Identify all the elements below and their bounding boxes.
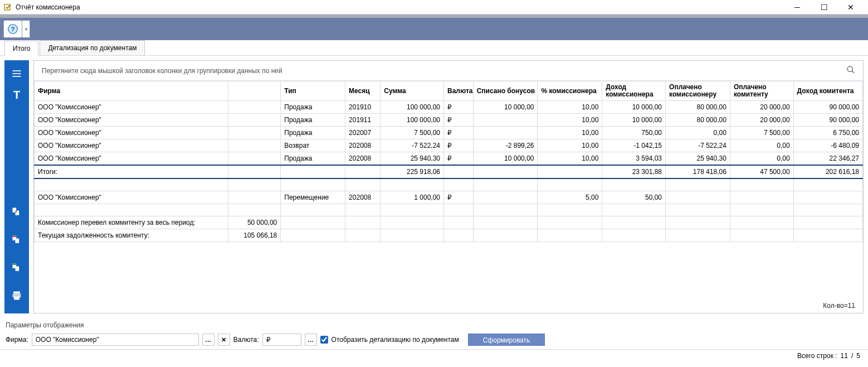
table-row[interactable] <box>35 178 863 191</box>
svg-rect-13 <box>16 267 19 271</box>
col-month[interactable]: Месяц <box>345 81 381 101</box>
table-row[interactable]: ООО "Комиссионер"Продажа201911100 000,00… <box>35 114 863 127</box>
currency-input[interactable] <box>262 334 301 346</box>
status-count-b: 5 <box>856 352 860 360</box>
currency-browse-button[interactable]: … <box>305 334 317 346</box>
params-bar: Фирма: … ✕ Валюта: … Отобразить детализа… <box>0 330 868 349</box>
svg-rect-15 <box>13 292 20 294</box>
row-count-label: Кол-во=11 <box>823 302 855 310</box>
titlebar: Отчёт комиссионера ─ ☐ ✕ <box>0 0 868 15</box>
toolbar: ? ▾ <box>0 18 868 40</box>
col-income-com[interactable]: Доход комиссионера <box>602 81 666 101</box>
svg-point-18 <box>847 66 852 71</box>
params-section-label: Параметры отображения <box>0 318 868 330</box>
col-type[interactable]: Тип <box>281 81 345 101</box>
table-row[interactable]: ООО "Комиссионер"Продажа20200825 940,30₽… <box>35 152 863 166</box>
table-row[interactable]: ООО "Комиссионер"Продажа201910100 000,00… <box>35 101 863 114</box>
svg-rect-5 <box>13 76 21 77</box>
svg-rect-3 <box>13 70 21 71</box>
rail-text-button[interactable]: T <box>7 85 27 105</box>
col-sum[interactable]: Сумма <box>381 81 444 101</box>
statusbar: Всего строк : 11 / 5 <box>0 349 868 361</box>
svg-rect-4 <box>13 73 21 74</box>
table-row[interactable]: ООО "Комиссионер"Продажа2020077 500,00₽1… <box>35 127 863 139</box>
table-row[interactable]: Текущая задолженность комитенту:105 066,… <box>35 229 863 242</box>
close-button[interactable]: ✕ <box>842 2 859 13</box>
table-row[interactable]: ООО "Комиссионер"Возврат202008-7 522,24₽… <box>35 139 863 152</box>
submit-button[interactable]: Сформировать <box>468 334 545 346</box>
data-table[interactable]: Фирма Тип Месяц Сумма Валюта Списано бон… <box>34 81 863 242</box>
help-button[interactable]: ? <box>3 20 22 38</box>
side-rail: T <box>4 60 29 313</box>
col-pct[interactable]: % комиссионера <box>538 81 602 101</box>
firm-clear-button[interactable]: ✕ <box>218 334 230 346</box>
grid: Перетяните сюда мышкой заголовок колонки… <box>33 60 864 313</box>
header-row[interactable]: Фирма Тип Месяц Сумма Валюта Списано бон… <box>35 81 863 101</box>
detail-checkbox[interactable] <box>320 336 328 344</box>
col-income-kom[interactable]: Доход комитента <box>793 81 862 101</box>
firm-label: Фирма: <box>6 336 28 344</box>
svg-rect-8 <box>16 211 17 213</box>
table-row[interactable]: Итоги:225 918,0623 301,88178 418,0647 50… <box>35 165 863 178</box>
currency-label: Валюта: <box>233 336 259 344</box>
toolbar-dropdown-icon[interactable]: ▾ <box>22 20 30 38</box>
app-icon <box>3 3 12 12</box>
rail-menu-button[interactable] <box>7 64 27 84</box>
group-panel[interactable]: Перетяните сюда мышкой заголовок колонки… <box>34 61 863 81</box>
col-firm[interactable]: Фирма <box>35 81 228 101</box>
print-icon[interactable] <box>7 286 27 306</box>
col-currency[interactable]: Валюта <box>444 81 474 101</box>
export-xls-icon[interactable] <box>7 258 27 278</box>
table-row[interactable]: Комиссионер перевел коммитенту за весь п… <box>35 216 863 229</box>
svg-rect-0 <box>4 4 10 10</box>
firm-browse-button[interactable]: … <box>202 334 214 346</box>
svg-text:?: ? <box>11 25 14 32</box>
status-count-a: 11 <box>841 352 848 360</box>
col-paid-com[interactable]: Оплачено комиссионеру <box>666 81 730 101</box>
svg-rect-14 <box>13 264 17 265</box>
col-blank[interactable] <box>228 81 281 101</box>
svg-line-19 <box>852 71 854 73</box>
tab-strip: Итого Детализация по документам <box>0 40 868 56</box>
search-icon[interactable] <box>846 65 855 76</box>
col-bonus[interactable]: Списано бонусов <box>473 81 538 101</box>
svg-rect-10 <box>16 239 19 243</box>
group-hint: Перетяните сюда мышкой заголовок колонки… <box>42 67 846 75</box>
tab-details[interactable]: Детализация по документам <box>40 40 145 55</box>
export-doc-icon[interactable] <box>7 202 27 222</box>
svg-rect-17 <box>14 297 19 300</box>
export-pdf-icon[interactable] <box>7 230 27 250</box>
table-row[interactable] <box>35 204 863 216</box>
minimize-button[interactable]: ─ <box>789 2 806 13</box>
svg-rect-11 <box>13 236 17 238</box>
status-sep: / <box>851 352 853 360</box>
tab-totals[interactable]: Итого <box>4 41 38 56</box>
firm-input[interactable] <box>32 334 199 346</box>
table-row[interactable]: ООО "Комиссионер"Перемещение2020081 000,… <box>35 191 863 204</box>
detail-label: Отобразить детализацию по документам <box>331 336 459 344</box>
col-paid-kom[interactable]: Оплачено комитенту <box>730 81 793 101</box>
status-label: Всего строк : <box>797 352 837 360</box>
window-title: Отчёт комиссионера <box>16 3 789 11</box>
maximize-button[interactable]: ☐ <box>816 2 832 13</box>
